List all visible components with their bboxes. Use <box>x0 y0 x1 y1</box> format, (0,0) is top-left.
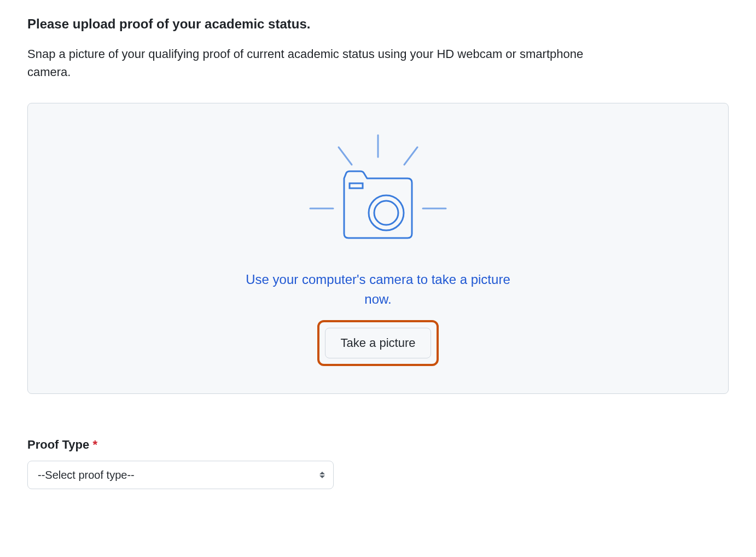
svg-point-7 <box>374 201 398 225</box>
svg-line-1 <box>339 147 352 165</box>
upload-heading: Please upload proof of your academic sta… <box>27 16 729 32</box>
svg-line-2 <box>404 147 417 165</box>
take-picture-button[interactable]: Take a picture <box>325 328 432 358</box>
upload-box: Use your computer's camera to take a pic… <box>27 103 729 394</box>
proof-type-label: Proof Type * <box>27 438 729 452</box>
required-asterisk: * <box>92 438 97 451</box>
proof-type-select-wrap: --Select proof type-- <box>27 461 334 489</box>
upload-description: Snap a picture of your qualifying proof … <box>27 45 629 81</box>
svg-rect-5 <box>350 183 363 188</box>
proof-type-label-text: Proof Type <box>27 438 89 451</box>
camera-icon <box>280 131 476 253</box>
proof-type-select[interactable]: --Select proof type-- <box>27 461 334 489</box>
highlight-frame: Take a picture <box>317 320 439 366</box>
camera-instruction-text: Use your computer's camera to take a pic… <box>241 270 515 309</box>
